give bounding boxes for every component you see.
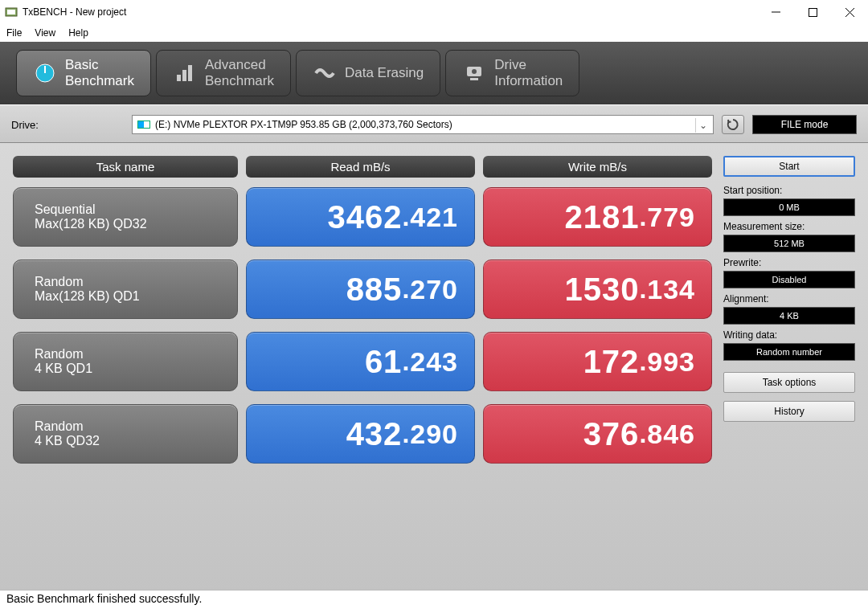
refresh-button[interactable] xyxy=(722,115,744,134)
write-value: 376 . 846 xyxy=(483,404,712,464)
ssd-icon xyxy=(137,121,150,129)
maximize-button[interactable] xyxy=(794,0,831,24)
task-name-line1: Random xyxy=(35,419,216,434)
chevron-down-icon: ⌄ xyxy=(695,118,710,133)
measurement-size-value[interactable]: 512 MB xyxy=(723,235,855,252)
writing-data-label: Writing data: xyxy=(723,329,855,341)
menubar: File View Help xyxy=(0,24,868,42)
result-row: Random4 KB QD161 . 243172 . 993 xyxy=(13,332,712,391)
task-cell: Random4 KB QD32 xyxy=(13,404,238,464)
app-icon xyxy=(5,6,18,18)
prewrite-value[interactable]: Disabled xyxy=(723,271,855,288)
erase-icon xyxy=(313,61,337,85)
status-text: Basic Benchmark finished successfully. xyxy=(6,592,202,605)
task-cell: SequentialMax(128 KB) QD32 xyxy=(13,187,238,247)
tab-data-erasing[interactable]: Data Erasing xyxy=(296,50,440,96)
tabbar: BasicBenchmark AdvancedBenchmark Data Er… xyxy=(0,42,868,104)
task-name-line2: Max(128 KB) QD1 xyxy=(35,289,216,304)
results-area: Task name Read mB/s Write mB/s Sequentia… xyxy=(13,156,712,609)
svg-rect-9 xyxy=(182,70,186,81)
read-value: 885 . 270 xyxy=(246,260,475,319)
drive-icon xyxy=(462,61,486,85)
results-header: Task name Read mB/s Write mB/s xyxy=(13,156,712,178)
measurement-size-label: Measurement size: xyxy=(723,221,855,232)
drive-label: Drive: xyxy=(11,119,124,131)
svg-point-12 xyxy=(472,69,477,74)
result-row: RandomMax(128 KB) QD1885 . 2701530 . 134 xyxy=(13,260,712,319)
menu-help[interactable]: Help xyxy=(68,27,88,39)
task-options-button[interactable]: Task options xyxy=(723,372,855,393)
writing-data-value[interactable]: Random number xyxy=(723,343,855,361)
side-panel: Start Start position: 0 MB Measurement s… xyxy=(723,156,855,609)
result-row: SequentialMax(128 KB) QD323462 . 4212181… xyxy=(13,187,712,247)
read-value: 432 . 290 xyxy=(246,404,475,464)
refresh-icon xyxy=(727,118,739,131)
task-name-line1: Random xyxy=(35,275,216,289)
close-button[interactable] xyxy=(831,0,868,24)
write-value: 1530 . 134 xyxy=(483,260,712,319)
prewrite-label: Prewrite: xyxy=(723,257,855,268)
file-mode-button[interactable]: FILE mode xyxy=(752,115,857,134)
start-button[interactable]: Start xyxy=(723,156,855,177)
header-write: Write mB/s xyxy=(483,156,712,178)
result-row: Random4 KB QD32432 . 290376 . 846 xyxy=(13,404,712,464)
task-name-line2: 4 KB QD32 xyxy=(35,434,216,448)
drive-select[interactable]: (E:) NVMe PLEXTOR PX-1TM9P 953.85 GB (2,… xyxy=(132,115,714,134)
titlebar: TxBENCH - New project xyxy=(0,0,868,24)
main-area: Task name Read mB/s Write mB/s Sequentia… xyxy=(0,143,868,609)
minimize-button[interactable] xyxy=(757,0,794,24)
task-cell: Random4 KB QD1 xyxy=(13,332,238,391)
menu-view[interactable]: View xyxy=(35,27,55,39)
task-name-line2: 4 KB QD1 xyxy=(35,362,216,376)
tab-basic-benchmark[interactable]: BasicBenchmark xyxy=(16,50,151,96)
svg-rect-1 xyxy=(7,10,15,14)
header-task: Task name xyxy=(13,156,238,178)
header-read: Read mB/s xyxy=(246,156,475,178)
write-value: 2181 . 779 xyxy=(483,187,712,247)
tab-drive-information[interactable]: DriveInformation xyxy=(445,50,579,96)
svg-rect-10 xyxy=(188,65,192,81)
alignment-value[interactable]: 4 KB xyxy=(723,307,855,325)
read-value: 3462 . 421 xyxy=(246,187,475,247)
read-value: 61 . 243 xyxy=(246,332,475,391)
history-button[interactable]: History xyxy=(723,401,855,422)
alignment-label: Alignment: xyxy=(723,293,855,304)
tab-advanced-benchmark[interactable]: AdvancedBenchmark xyxy=(156,50,291,96)
gauge-icon xyxy=(33,61,57,85)
menu-file[interactable]: File xyxy=(6,27,22,39)
svg-rect-8 xyxy=(177,75,181,81)
window-title: TxBENCH - New project xyxy=(23,6,757,18)
drive-row: Drive: (E:) NVMe PLEXTOR PX-1TM9P 953.85… xyxy=(0,104,868,143)
task-name-line1: Sequential xyxy=(35,202,216,217)
write-value: 172 . 993 xyxy=(483,332,712,391)
svg-rect-13 xyxy=(470,78,478,80)
statusbar: Basic Benchmark finished successfully. xyxy=(0,590,868,609)
svg-rect-3 xyxy=(809,8,817,16)
task-name-line1: Random xyxy=(35,347,216,362)
start-position-value[interactable]: 0 MB xyxy=(723,198,855,216)
start-position-label: Start position: xyxy=(723,185,855,196)
task-cell: RandomMax(128 KB) QD1 xyxy=(13,260,238,319)
task-name-line2: Max(128 KB) QD32 xyxy=(35,217,216,231)
bars-icon xyxy=(173,61,197,85)
drive-value: (E:) NVMe PLEXTOR PX-1TM9P 953.85 GB (2,… xyxy=(155,119,452,130)
